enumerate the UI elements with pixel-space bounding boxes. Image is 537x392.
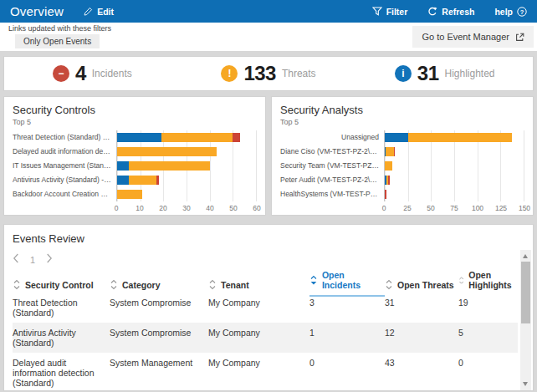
- stacked-bar[interactable]: [385, 133, 524, 142]
- table-cell: 3: [309, 293, 385, 323]
- table-cell: Delayed audit information detection (Sta…: [13, 353, 110, 391]
- stacked-bar[interactable]: [385, 176, 524, 185]
- bar-segment-open-incidents[interactable]: [156, 176, 159, 185]
- axis-tick-label: 30: [182, 204, 190, 212]
- events-review-title: Events Review: [4, 225, 533, 245]
- security-analysts-chart: UnassignedDiane Ciso (VM-TEST-PZ-2\Dian.…: [280, 130, 524, 212]
- incidents-icon: −: [53, 65, 69, 82]
- bar-segment-open-highlights[interactable]: [117, 161, 129, 171]
- scroll-up-icon[interactable]: [523, 254, 528, 258]
- filter-chip-only-open-events[interactable]: Only Open Events: [15, 34, 100, 48]
- kpi-threats[interactable]: ! 133 Threats: [181, 62, 357, 85]
- go-to-event-manager-label: Go to Event Manager: [422, 32, 509, 42]
- bar-segment-open-threats[interactable]: [386, 147, 394, 156]
- scroll-down-icon[interactable]: [523, 382, 528, 386]
- column-label: Tenant: [221, 280, 249, 290]
- bar-segment-open-incidents[interactable]: [233, 133, 239, 142]
- kpi-incidents[interactable]: − 4 Incidents: [4, 62, 181, 85]
- stacked-bar[interactable]: [117, 190, 256, 199]
- go-to-event-manager-button[interactable]: Go to Event Manager: [412, 26, 534, 48]
- filters-subheader: Links updated with these filters Only Op…: [0, 23, 537, 51]
- security-analysts-card: Security Analysts Top 5 UnassignedDiane …: [271, 96, 534, 216]
- axis-tick-label: 25: [403, 204, 411, 212]
- stacked-bar[interactable]: [385, 147, 524, 156]
- stacked-bar[interactable]: [117, 161, 256, 171]
- chart-bar-row: [117, 159, 256, 173]
- bar-segment-open-highlights[interactable]: [385, 133, 408, 142]
- table-cell: 0: [309, 353, 385, 391]
- table-cell: My Company: [208, 353, 309, 391]
- chart-category-label: Security Team (VM-TEST-PZ-2\...: [280, 159, 384, 173]
- help-button[interactable]: help ?: [494, 7, 527, 17]
- stacked-bar[interactable]: [385, 161, 524, 171]
- bar-segment-open-threats[interactable]: [117, 147, 217, 156]
- bar-segment-open-incidents[interactable]: [394, 147, 395, 156]
- stacked-bar[interactable]: [385, 190, 524, 199]
- chart-category-label: Peter Audit (VM-TEST-PZ-2\Pet...: [280, 173, 384, 187]
- chart-bar-row: [385, 173, 524, 187]
- kpi-summary-card: − 4 Incidents ! 133 Threats i 31 Highlig…: [3, 56, 534, 91]
- table-cell: 0: [458, 353, 518, 391]
- next-page-button[interactable]: [46, 253, 53, 266]
- column-label: Open Incidents: [322, 270, 385, 290]
- table-cell: 31: [385, 293, 458, 323]
- table-header-row: Security ControlCategoryTenantOpen Incid…: [13, 270, 518, 293]
- threats-label: Threats: [282, 68, 316, 79]
- threats-icon: !: [221, 65, 238, 82]
- axis-tick-label: 40: [206, 204, 213, 212]
- svg-text:?: ?: [520, 8, 524, 15]
- table-cell: My Company: [208, 323, 309, 353]
- bar-segment-open-threats[interactable]: [129, 176, 156, 185]
- filter-button[interactable]: Filter: [372, 7, 408, 17]
- chart-category-label: Delayed audit information dete...: [13, 145, 116, 159]
- refresh-label: Refresh: [442, 7, 474, 17]
- sort-icon: [385, 279, 393, 290]
- chevron-left-icon: [13, 253, 19, 263]
- chart-category-label: Diane Ciso (VM-TEST-PZ-2\Dian...: [280, 145, 384, 159]
- chart-bar-row: [117, 187, 256, 201]
- chart-bar-row: [385, 130, 524, 145]
- stacked-bar[interactable]: [117, 133, 256, 142]
- table-body: Threat Detection (Standard)System Compro…: [4, 293, 533, 391]
- scroll-thumb[interactable]: [521, 262, 530, 323]
- bar-segment-open-threats[interactable]: [161, 133, 233, 142]
- question-circle-icon: ?: [517, 7, 527, 17]
- kpi-highlighted[interactable]: i 31 Highlighted: [356, 62, 533, 85]
- stacked-bar[interactable]: [117, 176, 256, 185]
- page-number: 1: [30, 255, 35, 265]
- table-cell: 43: [385, 353, 458, 391]
- bar-segment-open-incidents[interactable]: [385, 190, 386, 199]
- bar-segment-open-threats[interactable]: [129, 161, 210, 171]
- table-row[interactable]: Threat Detection (Standard)System Compro…: [13, 293, 518, 323]
- bar-segment-open-incidents[interactable]: [388, 176, 389, 185]
- chart-bar-row: [117, 173, 256, 187]
- edit-label: Edit: [97, 7, 114, 17]
- refresh-button[interactable]: Refresh: [427, 7, 474, 17]
- stacked-bar[interactable]: [117, 147, 256, 156]
- bar-segment-open-highlights[interactable]: [117, 133, 161, 142]
- table-row[interactable]: Delayed audit information detection (Sta…: [13, 353, 518, 391]
- bar-segment-open-threats[interactable]: [117, 190, 142, 199]
- chart-bar-row: [385, 187, 524, 201]
- header-actions: Filter Refresh help ?: [372, 7, 527, 17]
- bar-segment-open-highlights[interactable]: [117, 176, 129, 185]
- table-row[interactable]: Antivirus Activity (Standard)System Comp…: [13, 323, 518, 353]
- bar-segment-open-threats[interactable]: [408, 133, 512, 142]
- help-label: help: [494, 7, 513, 17]
- chevron-right-icon: [46, 253, 53, 263]
- sort-icon: [13, 279, 21, 290]
- filters-note: Links updated with these filters: [8, 24, 111, 33]
- bar-segment-open-threats[interactable]: [385, 161, 392, 171]
- axis-tick-label: 0: [115, 204, 119, 212]
- edit-button[interactable]: Edit: [84, 7, 114, 17]
- page-title: Overview: [10, 4, 64, 18]
- filter-icon: [372, 7, 382, 16]
- chart-subtitle: Top 5: [280, 118, 524, 126]
- sort-icon-descending: [309, 275, 318, 286]
- table-cell: Antivirus Activity (Standard): [13, 323, 110, 353]
- prev-page-button[interactable]: [13, 253, 19, 266]
- pencil-icon: [84, 7, 93, 16]
- highlighted-count: 31: [417, 62, 439, 85]
- table-scrollbar[interactable]: [520, 250, 531, 390]
- table-cell: My Company: [208, 293, 309, 323]
